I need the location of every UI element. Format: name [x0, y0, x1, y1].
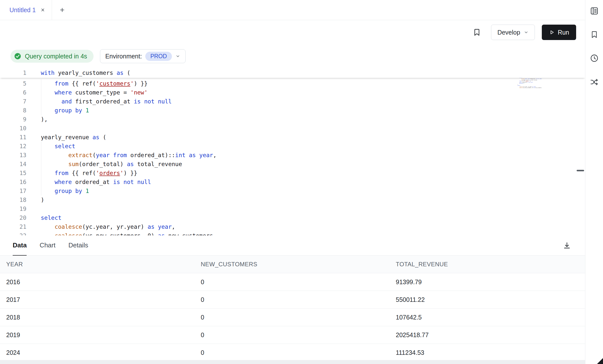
column-header-new_customers[interactable]: NEW_CUSTOMERS [195, 261, 390, 268]
table-cell: 0 [195, 314, 390, 321]
chevron-down-icon [524, 30, 529, 35]
table-row[interactable]: 20180107642.5 [0, 309, 585, 326]
tab-label: Untitled 1 [9, 6, 36, 14]
play-icon [549, 29, 555, 35]
chevron-down-icon [175, 54, 180, 59]
status-row: Query completed in 4s Environment: PROD [0, 45, 585, 68]
code-line[interactable]: 21 coalesce(yc.year, yr.year) as year, [0, 222, 585, 231]
tab-details[interactable]: Details [68, 235, 88, 256]
line-number: 6 [0, 88, 26, 97]
bookmark-icon[interactable] [473, 28, 481, 37]
results-tab-bar: Data Chart Details [0, 235, 585, 256]
scrollbar-thumb[interactable] [577, 170, 584, 171]
code-line[interactable]: 16 where ordered_at is not null [0, 178, 585, 186]
table-cell: 0 [195, 278, 390, 286]
code-line[interactable]: 11yearly_revenue as ( [0, 133, 585, 142]
code-line[interactable]: 6 where customer_type = 'new' [0, 88, 585, 97]
code-line[interactable]: 20select [0, 213, 585, 222]
query-status-badge: Query completed in 4s [10, 50, 94, 63]
table-row[interactable]: 2016091399.79 [0, 273, 585, 291]
data-table: 2016091399.7920170550011.2220180107642.5… [0, 273, 585, 362]
line-number: 19 [0, 204, 26, 213]
code-line[interactable]: 9), [0, 115, 585, 124]
line-number: 5 [0, 79, 26, 88]
table-row[interactable]: 20240111234.53 [0, 344, 585, 362]
run-label: Run [558, 29, 569, 36]
sticky-code-line[interactable]: 1with yearly_customers as ( [0, 68, 585, 78]
table-row[interactable]: 201902025418.77 [0, 326, 585, 344]
line-number: 13 [0, 151, 26, 160]
code-line[interactable]: 13 extract(year from ordered_at)::int as… [0, 151, 585, 160]
lineage-icon[interactable] [590, 78, 599, 87]
environment-value-badge: PROD [145, 52, 172, 61]
table-row[interactable]: 20170550011.22 [0, 291, 585, 309]
table-cell: 550011.22 [390, 296, 585, 303]
code-line[interactable]: 22 coalesce(yc.new_customers, 0) as new_… [0, 231, 585, 235]
environment-label: Environment: [105, 53, 142, 60]
table-cell: 0 [195, 331, 390, 339]
run-button[interactable]: Run [542, 25, 576, 40]
new-tab-button[interactable] [52, 0, 72, 20]
tab-untitled-1[interactable]: Untitled 1 [0, 0, 52, 20]
code-line[interactable]: 18) [0, 195, 585, 204]
query-status-text: Query completed in 4s [25, 53, 87, 60]
sql-editor[interactable]: 1with yearly_customers as ( 5 from {{ re… [0, 68, 585, 235]
check-circle-icon [14, 52, 21, 60]
code-line[interactable]: 19 [0, 204, 585, 213]
column-header-total_revenue[interactable]: TOTAL_REVENUE [390, 261, 585, 268]
table-cell: 2018 [0, 314, 195, 321]
line-number: 16 [0, 178, 26, 186]
line-number: 14 [0, 160, 26, 169]
develop-dropdown[interactable]: Develop [491, 25, 535, 40]
develop-label: Develop [497, 29, 520, 36]
code-line[interactable]: 12 select [0, 142, 585, 151]
environment-selector[interactable]: Environment: PROD [100, 49, 186, 63]
main-area: Untitled 1 Develop [0, 0, 585, 364]
table-cell: 2024 [0, 349, 195, 356]
code-line[interactable]: 5 from {{ ref('customers') }} [0, 79, 585, 88]
line-number: 20 [0, 213, 26, 222]
tab-data[interactable]: Data [13, 235, 27, 256]
table-cell: 111234.53 [390, 349, 585, 356]
code-line[interactable]: 10 [0, 124, 585, 133]
tab-chart[interactable]: Chart [40, 235, 55, 256]
history-clock-icon[interactable] [590, 54, 599, 63]
table-cell: 2017 [0, 296, 195, 303]
column-header-year[interactable]: YEAR [0, 261, 195, 268]
table-cell: 2016 [0, 278, 195, 286]
line-number: 7 [0, 97, 26, 106]
download-button[interactable] [563, 241, 571, 250]
table-cell: 0 [195, 296, 390, 303]
line-number: 18 [0, 195, 26, 204]
toolbar: Develop Run [0, 20, 585, 45]
close-tab-icon[interactable] [40, 7, 45, 12]
results-panel: Data Chart Details YEARNEW_CUSTOMERSTOTA… [0, 235, 585, 364]
horizontal-scrollbar[interactable] [0, 360, 585, 364]
line-number: 9 [0, 115, 26, 124]
line-number: 8 [0, 106, 26, 115]
table-cell: 107642.5 [390, 314, 585, 321]
bookmark-icon[interactable] [590, 30, 599, 39]
code-lines[interactable]: 5 from {{ ref('customers') }}6 where cus… [0, 79, 585, 235]
line-number: 21 [0, 222, 26, 231]
tab-bar: Untitled 1 [0, 0, 585, 20]
ide-window: Untitled 1 Develop [0, 0, 603, 364]
code-line[interactable]: 8 group by 1 [0, 106, 585, 115]
code-line[interactable]: 14 sum(order_total) as total_revenue [0, 160, 585, 169]
resize-corner [597, 358, 603, 364]
code-line[interactable]: 1with yearly_customers as ( [0, 68, 585, 77]
table-cell: 2019 [0, 331, 195, 339]
line-number: 15 [0, 169, 26, 178]
indent-guide [41, 142, 41, 195]
code-line[interactable]: 17 group by 1 [0, 186, 585, 195]
table-cell: 2025418.77 [390, 331, 585, 339]
code-line[interactable]: 15 from {{ ref('orders') }} [0, 169, 585, 178]
line-number: 17 [0, 186, 26, 195]
table-cell: 91399.79 [390, 278, 585, 286]
table-cell: 0 [195, 349, 390, 356]
line-number: 11 [0, 133, 26, 142]
code-line[interactable]: 7 and first_ordered_at is not null [0, 97, 585, 106]
table-header-row: YEARNEW_CUSTOMERSTOTAL_REVENUE [0, 256, 585, 273]
outline-panel-icon[interactable] [590, 6, 599, 15]
line-number: 10 [0, 124, 26, 133]
